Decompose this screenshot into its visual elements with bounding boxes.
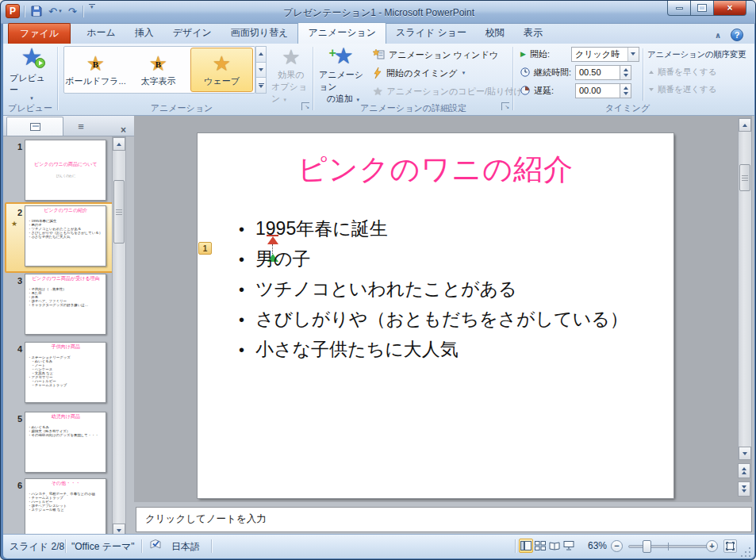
slide-indicator[interactable]: スライド 2/8 [10,540,64,554]
slide-thumbnail-2[interactable]: 2★ピンクのワニの紹介・1995年春に誕生・男の子・ツチノコといわれたことがある… [3,205,112,270]
tab-4[interactable]: 画面切り替え [221,23,298,44]
language-indicator[interactable]: 日本語 [171,540,200,554]
window-title: プレゼンテーション1 - Microsoft PowerPoint [1,6,756,20]
spellcheck-icon [149,539,162,550]
view-reading-button[interactable] [547,539,562,553]
start-combobox[interactable]: クリック時 [571,47,639,62]
minimize-ribbon-icon[interactable]: ∧ [715,31,721,40]
animation-painter-label: アニメーションのコピー/貼り付け [387,86,523,98]
duration-label: 継続時間: [534,67,575,79]
minimize-button[interactable] [667,1,691,16]
reading-view-icon [549,541,560,550]
start-label: 開始: [530,48,571,60]
bullet-line: •1995年春に誕生 [239,217,651,247]
slide-title[interactable]: ピンクのワニの紹介 [205,150,666,190]
effect-options-button: ★ 効果の オプション ▼ [271,47,311,105]
slide-number: 5 [10,414,22,424]
slide-number: 2 [10,208,22,217]
theme-indicator[interactable]: "Office テーマ" [71,540,135,554]
tab-5[interactable]: アニメーション [297,22,386,44]
fit-to-window-button[interactable] [723,539,737,553]
thumbnails-scrollbar[interactable] [112,136,126,537]
animation-star-icon: ★B [86,53,105,74]
gallery-more-button[interactable] [255,78,267,94]
bullet-icon: • [239,281,244,299]
trigger-button[interactable]: 開始のタイミング ▼ [373,65,466,81]
slide-scrollbar[interactable] [738,117,752,460]
scroll-up-button[interactable] [113,137,125,151]
bullet-text: ツチノコといわれたことがある [255,277,517,301]
tab-6[interactable]: スライド ショー [386,23,476,44]
tab-0[interactable]: ファイル [8,23,71,44]
slide-thumbnail-1[interactable]: 1ピンクのワニの商品についてぴんくのわに [3,140,112,204]
preview-button[interactable]: ★ プレビュー ▼ [10,45,54,101]
slide-number: 3 [10,276,22,286]
dialog-launcher-animation[interactable]: ↘ [301,102,309,110]
tab-1[interactable]: ホーム [77,23,125,44]
animation-painter-button: ★ アニメーションのコピー/貼り付け [373,83,522,99]
slide-bullets[interactable]: •1995年春に誕生•男の子•ツチノコといわれたことがある•さびしがりや（おとも… [239,217,651,367]
duration-row: 継続時間: 00.50 [520,64,631,80]
animation-pane-icon [373,49,385,60]
help-button[interactable]: ? [731,29,743,41]
slide-thumbnail-5[interactable]: 5幼児向け商品・ぬいぐるみ・超特大（抱き枕サイズ）・その他幼児向けのグッズを展開… [3,412,112,476]
close-button[interactable]: × [713,1,746,16]
ribbon-tab-row: ファイルホーム挿入デザイン画面切り替えアニメーションスライド ショー校閲表示 ∧… [3,24,754,44]
duration-value: 00.50 [575,65,620,80]
dialog-launcher-advanced[interactable]: ↘ [501,102,509,110]
slide-miniature: ピンクのワニ商品が受ける理由・子供向け（→将来性）・見た目・外見・親子ペア、ファ… [25,274,106,335]
tab-2[interactable]: 挿入 [125,23,163,44]
gallery-item-0[interactable]: ★Bボールドフラ... [64,47,127,93]
ribbon-tabs: ファイルホーム挿入デザイン画面切り替えアニメーションスライド ショー校閲表示 [6,24,552,44]
resize-grip[interactable] [741,547,750,557]
tab-8[interactable]: 表示 [514,23,552,44]
gallery-up-button[interactable] [255,46,267,63]
separator [515,539,516,553]
slide-miniature: 子供向け商品・ステーショナリーグッズ －ぬいぐるみ －ノート －ペンケース －文… [25,342,106,403]
slide-thumbnail-3[interactable]: 3ピンクのワニ商品が受ける理由・子供向け（→将来性）・見た目・外見・親子ペア、フ… [3,274,112,338]
zoom-in-button[interactable]: + [706,540,718,552]
tab-7[interactable]: 校閲 [476,23,514,44]
group-label-timing: タイミング [514,102,741,114]
scroll-up-button[interactable] [739,118,751,132]
add-animation-button[interactable]: ★ + アニメーション の追加 ▼ [319,45,368,105]
gallery-item-1[interactable]: ★B太字表示 [127,47,190,93]
delay-spinner[interactable]: 00.00 [575,83,631,98]
zoom-slider-thumb[interactable] [643,540,651,553]
reorder-heading: アニメーションの順序変更 [647,49,746,60]
view-slideshow-button[interactable] [562,539,576,553]
close-pane-button[interactable]: × [121,125,126,136]
animation-star-icon: ★ [213,53,231,74]
separator [643,48,643,101]
double-arrow-down-icon [742,485,746,489]
view-sorter-button[interactable] [533,539,547,553]
gallery-down-button[interactable] [255,63,267,79]
animation-order-badge[interactable]: 1 [198,242,212,255]
spin-down-icon [624,74,628,77]
zoom-level[interactable]: 63% [588,540,607,551]
scrollbar-thumb[interactable] [113,180,125,244]
zoom-out-button[interactable]: − [611,540,623,552]
scroll-down-button[interactable] [739,447,751,460]
slide-thumbnail-4[interactable]: 4子供向け商品・ステーショナリーグッズ －ぬいぐるみ －ノート －ペンケース －… [3,342,112,406]
arrow-down-icon [259,68,263,71]
maximize-button[interactable] [691,1,713,16]
animation-pane-label: アニメーション ウィンドウ [389,49,498,61]
previous-slide-button[interactable] [738,463,750,478]
spellcheck-indicator[interactable] [149,539,162,552]
arrow-down-icon [259,85,263,88]
view-normal-button[interactable] [519,539,533,553]
bullet-line: •さびしがりや（おともだちをさがしている） [239,307,651,337]
gallery-item-2[interactable]: ★ウェーブ [190,48,253,92]
bullet-icon: • [239,221,244,239]
slide-thumbnail-6[interactable]: 6その他・・・・ハンカチ、化粧ポーチ、巾着などの小物・チャームストラップ・ハート… [3,478,112,537]
plus-icon: + [328,42,336,64]
animation-pane-button[interactable]: アニメーション ウィンドウ [373,47,498,63]
bullet-icon: • [239,311,244,329]
duration-spinner[interactable]: 00.50 [575,65,631,80]
next-slide-button[interactable] [738,481,750,497]
chevron-down-icon: ▼ [462,71,466,75]
scrollbar-thumb[interactable] [739,164,750,191]
tab-3[interactable]: デザイン [163,23,221,44]
preview-label: プレビュー [10,72,54,96]
